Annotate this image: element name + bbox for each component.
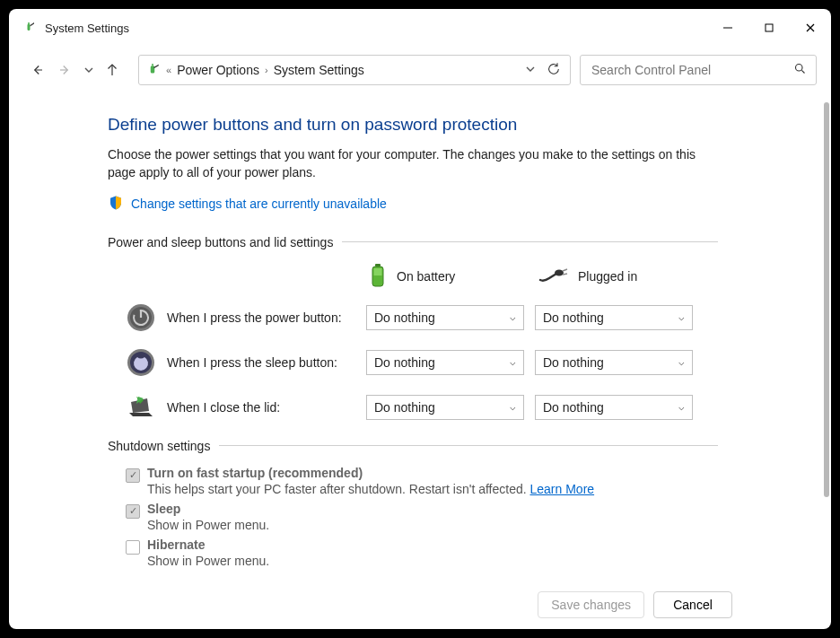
- sleep-item: Sleep Show in Power menu.: [108, 502, 718, 532]
- svg-point-11: [796, 65, 803, 72]
- address-icon: [144, 61, 161, 80]
- save-button[interactable]: Save changes: [538, 591, 644, 618]
- svg-rect-9: [151, 66, 155, 73]
- chevron-down-icon: ⌵: [678, 401, 685, 413]
- close-lid-row: When I close the lid: Do nothing ⌵ Do no…: [108, 392, 718, 423]
- sleep-title: Sleep: [147, 502, 269, 516]
- svg-line-17: [563, 269, 567, 271]
- page-description: Choose the power settings that you want …: [108, 145, 700, 182]
- close-lid-label: When I close the lid:: [167, 400, 355, 415]
- sleep-button-label: When I press the sleep button:: [167, 355, 355, 370]
- change-settings-link[interactable]: Change settings that are currently unava…: [108, 195, 718, 214]
- hibernate-desc: Show in Power menu.: [147, 554, 269, 568]
- fast-startup-checkbox[interactable]: [126, 468, 140, 483]
- search-input[interactable]: [590, 62, 793, 78]
- divider: [342, 241, 718, 242]
- minimize-button[interactable]: [707, 9, 748, 47]
- svg-rect-0: [28, 24, 31, 31]
- breadcrumb-sep-icon: «: [166, 65, 171, 75]
- title-bar: System Settings: [9, 9, 831, 47]
- svg-point-16: [555, 269, 564, 275]
- divider: [219, 445, 718, 446]
- address-dropdown-icon[interactable]: [525, 63, 536, 77]
- breadcrumb-current-label: System Settings: [274, 63, 364, 77]
- search-box[interactable]: [580, 55, 817, 85]
- forward-button[interactable]: [52, 57, 79, 83]
- power-button-icon: [126, 302, 156, 333]
- svg-line-12: [801, 70, 804, 73]
- battery-icon: [368, 262, 388, 292]
- app-icon: [20, 19, 38, 37]
- breadcrumb-parent-label: Power Options: [177, 63, 259, 77]
- power-button-label: When I press the power button:: [167, 310, 355, 325]
- svg-line-18: [563, 274, 567, 275]
- search-icon[interactable]: [793, 62, 807, 78]
- lid-icon: [126, 392, 156, 423]
- fast-startup-title: Turn on fast startup (recommended): [147, 466, 594, 480]
- close-button[interactable]: [790, 9, 831, 47]
- chevron-down-icon: ⌵: [510, 401, 516, 413]
- fast-startup-desc: This helps start your PC faster after sh…: [147, 482, 594, 496]
- footer: Save changes Cancel: [9, 581, 831, 629]
- refresh-button[interactable]: [547, 62, 561, 79]
- column-plugged-label: Plugged in: [578, 269, 637, 284]
- close-lid-battery-select[interactable]: Do nothing ⌵: [366, 395, 524, 420]
- page-title: Define power buttons and turn on passwor…: [108, 115, 718, 135]
- breadcrumb-current[interactable]: System Settings: [274, 63, 364, 77]
- sleep-button-row: When I press the sleep button: Do nothin…: [108, 347, 718, 378]
- svg-rect-10: [152, 64, 153, 66]
- hibernate-item: Hibernate Show in Power menu.: [108, 537, 718, 568]
- section-shutdown-heading: Shutdown settings: [108, 439, 219, 453]
- svg-rect-3: [766, 24, 773, 31]
- power-button-battery-select[interactable]: Do nothing ⌵: [366, 305, 524, 330]
- sleep-desc: Show in Power menu.: [147, 518, 269, 532]
- hibernate-checkbox[interactable]: [126, 540, 140, 555]
- address-bar[interactable]: « Power Options › System Settings: [138, 55, 571, 85]
- up-button[interactable]: [99, 57, 126, 83]
- chevron-down-icon: ⌵: [510, 356, 516, 368]
- chevron-right-icon: ›: [265, 65, 268, 75]
- column-battery: On battery: [368, 262, 526, 292]
- chevron-down-icon: ⌵: [510, 311, 516, 323]
- plug-icon: [538, 267, 569, 286]
- sleep-button-icon: [126, 347, 156, 378]
- window-title: System Settings: [45, 22, 129, 35]
- sleep-button-plugged-select[interactable]: Do nothing ⌵: [535, 350, 693, 375]
- recent-locations-button[interactable]: [81, 57, 97, 83]
- power-button-row: When I press the power button: Do nothin…: [108, 302, 718, 333]
- chevron-down-icon: ⌵: [678, 356, 685, 368]
- shield-icon: [108, 195, 124, 214]
- svg-rect-1: [28, 22, 30, 24]
- column-plugged: Plugged in: [538, 267, 696, 286]
- sleep-checkbox[interactable]: [126, 504, 140, 519]
- change-settings-link-text[interactable]: Change settings that are currently unava…: [131, 197, 387, 211]
- chevron-down-icon: ⌵: [678, 311, 685, 323]
- hibernate-title: Hibernate: [147, 537, 269, 552]
- scrollbar[interactable]: [824, 102, 829, 497]
- close-lid-plugged-select[interactable]: Do nothing ⌵: [535, 395, 693, 420]
- column-battery-label: On battery: [397, 269, 455, 284]
- sleep-button-battery-select[interactable]: Do nothing ⌵: [366, 350, 524, 375]
- power-button-plugged-select[interactable]: Do nothing ⌵: [535, 305, 693, 330]
- back-button[interactable]: [23, 57, 50, 83]
- section-power-heading: Power and sleep buttons and lid settings: [108, 235, 342, 249]
- svg-rect-15: [374, 268, 382, 275]
- breadcrumb-parent[interactable]: Power Options: [177, 63, 259, 77]
- svg-rect-14: [375, 264, 381, 267]
- navigation-bar: « Power Options › System Settings: [9, 50, 831, 90]
- learn-more-link[interactable]: Learn More: [530, 482, 595, 496]
- cancel-button[interactable]: Cancel: [653, 591, 732, 618]
- maximize-button[interactable]: [748, 9, 790, 47]
- fast-startup-item: Turn on fast startup (recommended) This …: [108, 466, 718, 496]
